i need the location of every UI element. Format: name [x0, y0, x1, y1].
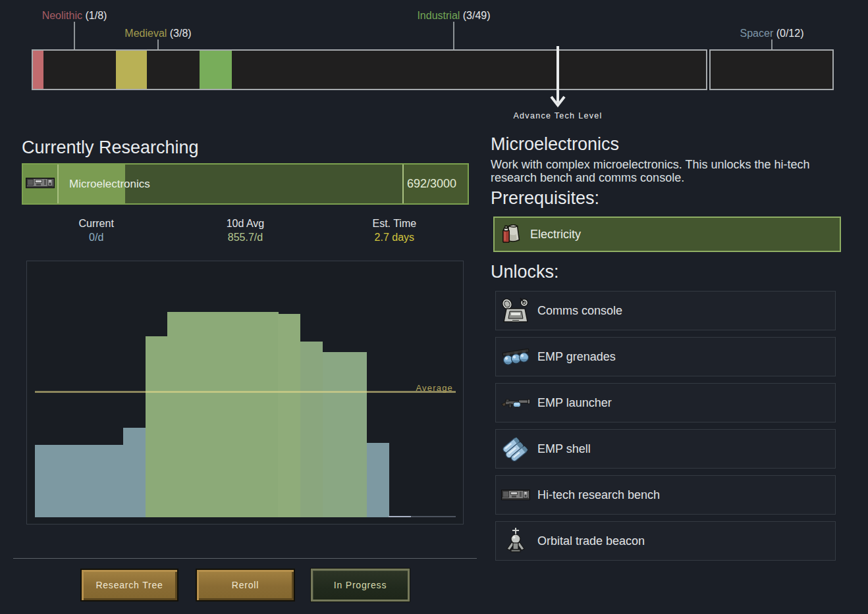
unlock-label: EMP shell	[537, 442, 591, 456]
unlock-row-emp-launcher[interactable]: EMP launcher	[495, 383, 836, 422]
chart-bar-day-19	[433, 516, 455, 517]
unlock-row-comms-console[interactable]: Comms console	[495, 291, 836, 330]
chart-bar-day-6	[146, 336, 168, 517]
stat-label: Est. Time	[320, 217, 469, 230]
chart-bar-day-16	[367, 443, 389, 517]
stat-est-time: Est. Time2.7 days	[320, 217, 469, 247]
research-project-icon-cell	[23, 165, 59, 203]
unlock-row-hi-tech-research-bench[interactable]: Hi-tech research bench	[495, 475, 836, 515]
reroll-button[interactable]: Reroll	[196, 569, 295, 601]
chart-bar-day-14	[323, 352, 345, 517]
comms-console-icon	[501, 296, 530, 325]
unlock-label: EMP grenades	[537, 350, 616, 364]
selected-project-description: Work with complex microelectronics. This…	[491, 158, 828, 184]
stat-value: 855.7/d	[171, 230, 319, 245]
chart-bar-day-18	[411, 516, 433, 517]
era-label-spacer: Spacer (0/12)	[740, 28, 804, 39]
era-segment-neolithic	[33, 51, 43, 89]
chart-average-label: Average	[416, 383, 453, 393]
stat-10d-avg: 10d Avg855.7/d	[171, 217, 319, 247]
chart-bar-day-12	[278, 314, 300, 517]
currently-researching-heading: Currently Researching	[22, 138, 199, 158]
era-label-medieval: Medieval (3/8)	[124, 28, 191, 39]
research-tree-button[interactable]: Research Tree	[80, 569, 178, 601]
chart-bar-day-9	[212, 312, 234, 517]
advance-tech-level-label: Advance Tech Level	[513, 111, 602, 120]
era-segment-industrial	[200, 51, 232, 89]
research-stats-row: Current0/d10d Avg855.7/dEst. Time2.7 day…	[22, 217, 469, 247]
prerequisite-label: Electricity	[530, 228, 581, 242]
unlock-label: Orbital trade beacon	[537, 534, 645, 548]
era-count: (3/49)	[460, 10, 490, 21]
chart-bar-day-5	[123, 428, 146, 517]
chart-bar-day-1	[35, 445, 57, 517]
in-progress-button[interactable]: In Progress	[311, 569, 410, 601]
unlock-row-emp-grenades[interactable]: EMP grenades	[495, 337, 836, 376]
stat-current: Current0/d	[22, 217, 171, 247]
unlock-label: Comms console	[537, 304, 622, 318]
prerequisites-heading: Prerequisites:	[491, 188, 599, 209]
era-label-neolithic: Neolithic (1/8)	[42, 10, 107, 22]
research-progress-bar: Microelectronics 692/3000	[22, 163, 469, 205]
era-count: (0/12)	[773, 28, 803, 39]
stat-value: 2.7 days	[320, 230, 469, 245]
era-tick-industrial	[453, 22, 454, 49]
chart-bar-day-10	[234, 312, 256, 517]
chart-bar-day-3	[79, 445, 101, 517]
chart-bar-day-17	[389, 516, 411, 517]
unlock-row-emp-shell[interactable]: EMP shell	[495, 429, 836, 469]
selected-project-title: Microelectronics	[491, 134, 619, 155]
era-name: Medieval	[124, 28, 167, 39]
emp-shell-icon	[501, 434, 530, 463]
chart-bar-day-7	[167, 312, 190, 517]
stat-label: 10d Avg	[171, 217, 319, 230]
era-tick-medieval	[157, 39, 159, 49]
era-name: Neolithic	[42, 10, 82, 21]
hi-tech-research-bench-icon	[26, 176, 55, 192]
electricity-icon	[500, 220, 525, 248]
era-count: (1/8)	[82, 10, 107, 21]
unlock-row-orbital-trade-beacon[interactable]: Orbital trade beacon	[495, 521, 836, 561]
unlock-label: Hi-tech research bench	[537, 488, 660, 502]
chart-bar-day-15	[344, 352, 367, 517]
era-count: (3/8)	[167, 28, 191, 39]
research-progress-count: 692/3000	[402, 165, 468, 203]
chart-bar-day-13	[300, 342, 323, 517]
era-segment-medieval	[116, 51, 147, 89]
chart-bar-day-11	[256, 312, 279, 517]
unlocks-heading: Unlocks:	[491, 262, 559, 282]
footer-separator	[13, 558, 477, 559]
emp-launcher-icon	[501, 388, 530, 417]
era-label-industrial: Industrial (3/49)	[417, 10, 490, 22]
chart-bar-day-2	[57, 445, 80, 517]
chart-bar-day-8	[190, 312, 212, 517]
research-project-name: Microelectronics	[69, 165, 150, 203]
era-tick-spacer	[771, 39, 773, 49]
stat-label: Current	[22, 217, 171, 230]
tech-timeline-bar	[32, 49, 834, 90]
prerequisite-item-electricity[interactable]: Electricity	[493, 217, 841, 252]
tech-timeline-spacer-divider	[706, 49, 711, 90]
orbital-trade-beacon-icon	[501, 526, 530, 555]
era-name: Industrial	[417, 10, 460, 21]
research-history-chart: Average	[26, 261, 464, 524]
stat-value: 0/d	[22, 230, 171, 245]
chart-bar-day-4	[101, 445, 124, 517]
unlock-label: EMP launcher	[537, 396, 612, 410]
chart-average-line	[35, 391, 456, 393]
emp-grenades-icon	[501, 342, 530, 371]
era-name: Spacer	[740, 28, 774, 39]
hi-tech-research-bench-icon	[501, 480, 530, 509]
era-tick-neolithic	[74, 22, 75, 49]
